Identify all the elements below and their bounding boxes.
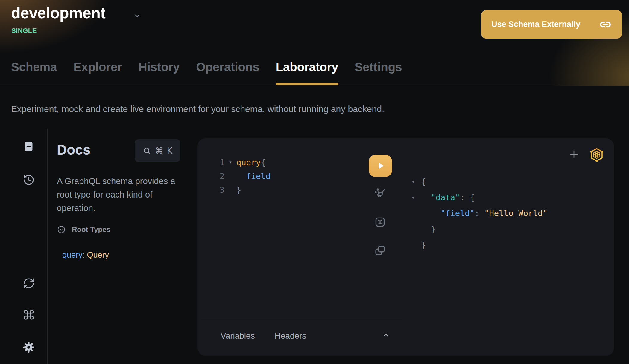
project-switcher[interactable] [133, 12, 141, 21]
response-line: "field": "Hello World" [412, 205, 548, 221]
prettify-query-button[interactable] [373, 187, 387, 201]
shortcut-key: K [167, 146, 172, 156]
code-token-group: field [236, 172, 271, 181]
editor-footer-divider [201, 319, 402, 319]
command-icon [23, 309, 35, 321]
merge-icon [373, 215, 387, 229]
root-type-query-link[interactable]: query: Query [62, 250, 109, 260]
prettify-broom-icon [373, 187, 387, 201]
editor-line: 3} [197, 183, 271, 197]
response-line: } [412, 237, 548, 253]
code-token: "data" [431, 193, 460, 202]
tab-operations[interactable]: Operations [196, 60, 259, 74]
docs-description: A GraphQL schema provides a root type fo… [57, 175, 189, 215]
code-token: : [460, 193, 470, 202]
code-token: } [421, 240, 426, 250]
editor-line: 2 field [197, 169, 271, 183]
response-line: ▾{ [412, 174, 548, 189]
code-token-group: "data": { [421, 193, 475, 202]
page-header: development SINGLE Use Schema Externally… [0, 0, 629, 86]
page-description: Experiment, mock and create live environ… [11, 104, 384, 114]
editor-footer-tabs: Variables Headers [221, 331, 306, 341]
history-icon [23, 174, 35, 186]
copy-query-button[interactable] [373, 244, 387, 257]
line-number: 3 [197, 185, 224, 195]
code-token [421, 209, 440, 218]
hive-laboratory-page: development SINGLE Use Schema Externally… [0, 0, 629, 364]
sidebar-item-docs[interactable] [22, 140, 35, 153]
tab-settings[interactable]: Settings [355, 60, 402, 74]
sidebar-item-history[interactable] [22, 173, 35, 186]
sidebar-divider [47, 129, 48, 364]
code-token-group: "field": "Hello World" [421, 209, 548, 218]
docs-search-button[interactable]: ⌘ K [135, 139, 180, 162]
code-token: "Hello World" [484, 209, 547, 218]
gear-icon [23, 341, 35, 353]
fold-marker[interactable]: ▾ [412, 179, 421, 184]
root-types-section: Root Types [57, 225, 110, 234]
root-type-name: Query [87, 250, 109, 259]
docs-panel-title: Docs [57, 142, 90, 158]
target-mode-badge: SINGLE [11, 27, 37, 35]
refresh-icon [23, 277, 35, 289]
link-icon [599, 18, 612, 31]
code-token: } [236, 185, 241, 195]
response-line: } [412, 221, 548, 237]
root-types-label: Root Types [72, 225, 110, 234]
root-type-field: query [62, 250, 83, 259]
graphiql-card: 1▾query{2 field3} [197, 138, 614, 356]
response-viewer: ▾{▾ "data": { "field": "Hello World" }} [412, 174, 548, 253]
project-title: development [11, 4, 105, 22]
hive-logo[interactable] [589, 147, 605, 163]
fold-marker[interactable]: ▾ [412, 195, 421, 200]
tab-schema[interactable]: Schema [11, 60, 57, 74]
line-number: 2 [197, 172, 224, 181]
root-type-separator: : [83, 250, 87, 259]
code-token: "field" [440, 209, 475, 218]
circle-tilde-icon [57, 225, 66, 234]
book-icon [23, 140, 35, 152]
chevron-down-icon [133, 12, 141, 20]
code-token: { [421, 177, 426, 186]
query-editor-lines[interactable]: 1▾query{2 field3} [197, 155, 271, 197]
line-number: 1 [197, 158, 224, 167]
tab-explorer[interactable]: Explorer [73, 60, 122, 74]
chevron-up-icon [381, 331, 390, 339]
shortcut-modifier: ⌘ [155, 146, 163, 156]
merge-fragments-button[interactable] [373, 215, 387, 229]
code-token: field [236, 172, 271, 181]
tab-laboratory[interactable]: Laboratory [276, 60, 338, 74]
code-token-group: } [421, 240, 426, 250]
response-line: ▾ "data": { [412, 189, 548, 205]
code-token: { [470, 193, 475, 202]
code-token: : [475, 209, 484, 218]
add-tab-button[interactable] [568, 149, 580, 160]
code-token: { [261, 158, 265, 167]
execute-query-button[interactable] [369, 155, 392, 177]
copy-icon [373, 244, 387, 257]
code-token [421, 193, 431, 202]
top-nav-tabs: Schema Explorer History Operations Labor… [11, 60, 402, 74]
hive-honeycomb-icon [589, 147, 605, 163]
code-token-group: query{ [236, 158, 266, 167]
play-icon [375, 161, 385, 171]
sidebar-item-shortcuts[interactable] [22, 308, 35, 321]
code-token-group: } [236, 185, 241, 195]
plus-icon [568, 149, 580, 160]
use-schema-externally-label: Use Schema Externally [491, 20, 580, 29]
code-token: query [236, 158, 261, 167]
code-token: } [421, 224, 436, 234]
use-schema-externally-button[interactable]: Use Schema Externally [481, 10, 622, 39]
sidebar-item-settings[interactable] [22, 341, 35, 354]
collapse-footer-button[interactable] [381, 331, 390, 341]
search-icon [142, 146, 151, 155]
sidebar-item-reload-schema[interactable] [22, 277, 35, 290]
editor-line: 1▾query{ [197, 155, 271, 169]
tab-variables[interactable]: Variables [221, 331, 255, 341]
code-token-group: { [421, 177, 426, 186]
tab-headers[interactable]: Headers [275, 331, 306, 341]
tab-history[interactable]: History [139, 60, 180, 74]
fold-marker[interactable]: ▾ [224, 160, 236, 165]
code-token-group: } [421, 224, 436, 234]
